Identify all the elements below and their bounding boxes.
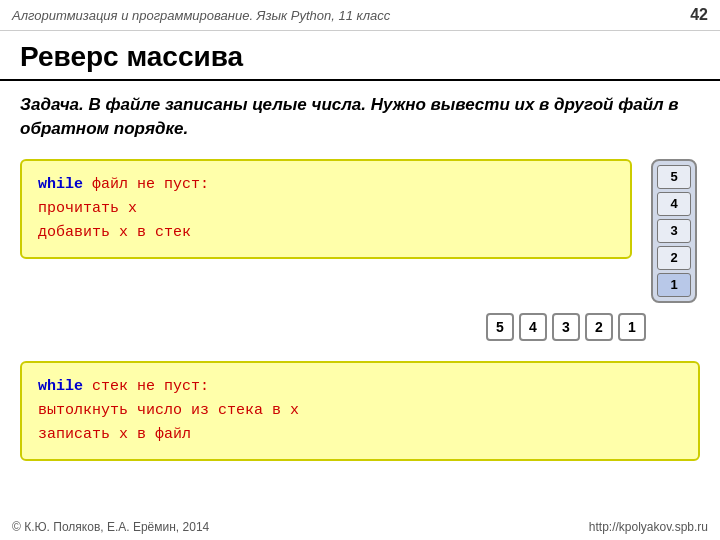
code2-line-2: вытолкнуть число из стека в x [38, 399, 682, 423]
header-title: Алгоритмизация и программирование. Язык … [12, 8, 390, 23]
stack-cylinder: 5 4 3 2 1 [651, 159, 697, 303]
keyword-while-2: while [38, 378, 83, 395]
code-line-1: while файл не пуст: [38, 173, 614, 197]
code-line-2-text: прочитать x [38, 200, 137, 217]
hstack-2: 2 [585, 313, 613, 341]
code2-line-1: while стек не пуст: [38, 375, 682, 399]
stack-item-1: 1 [657, 273, 691, 297]
task-label: Задача. [20, 95, 84, 114]
spacer: 5 4 3 2 1 while стек не пуст: вытолкнуть… [20, 313, 700, 461]
code-block-1: while файл не пуст: прочитать x добавить… [20, 159, 632, 259]
code2-line-1-rest: стек не пуст: [83, 378, 209, 395]
slide-title: Реверс массива [0, 31, 720, 81]
code2-line-3: записать x в файл [38, 423, 682, 447]
stack-item-5: 5 [657, 165, 691, 189]
footer-right: http://kpolyakov.spb.ru [589, 520, 708, 534]
footer-left: © К.Ю. Поляков, Е.А. Ерёмин, 2014 [12, 520, 209, 534]
header-page: 42 [690, 6, 708, 24]
code2-line-2-text: вытолкнуть число из стека в x [38, 402, 299, 419]
footer: © К.Ю. Поляков, Е.А. Ерёмин, 2014 http:/… [0, 520, 720, 534]
hstack-5: 5 [486, 313, 514, 341]
code-line-2: прочитать x [38, 197, 614, 221]
code-block-2: while стек не пуст: вытолкнуть число из … [20, 361, 700, 461]
header: Алгоритмизация и программирование. Язык … [0, 0, 720, 31]
stack-item-2: 2 [657, 246, 691, 270]
stack-item-4: 4 [657, 192, 691, 216]
stack-horizontal: 5 4 3 2 1 [486, 313, 646, 341]
code-line-3-text: добавить x в стек [38, 224, 191, 241]
task-body: В файле записаны целые числа. Нужно выве… [20, 95, 679, 138]
hstack-3: 3 [552, 313, 580, 341]
task-text: Задача. В файле записаны целые числа. Ну… [0, 81, 720, 149]
stack-item-3: 3 [657, 219, 691, 243]
code-line-3: добавить x в стек [38, 221, 614, 245]
second-row: 5 4 3 2 1 while стек не пуст: вытолкнуть… [0, 313, 720, 461]
hstack-4: 4 [519, 313, 547, 341]
left-column: while файл не пуст: прочитать x добавить… [20, 159, 632, 259]
code2-line-3-text: записать x в файл [38, 426, 191, 443]
hstack-1: 1 [618, 313, 646, 341]
code-line-1-rest: файл не пуст: [83, 176, 209, 193]
stack-visual: 5 4 3 2 1 [648, 159, 700, 303]
content-area: while файл не пуст: прочитать x добавить… [0, 149, 720, 313]
keyword-while-1: while [38, 176, 83, 193]
